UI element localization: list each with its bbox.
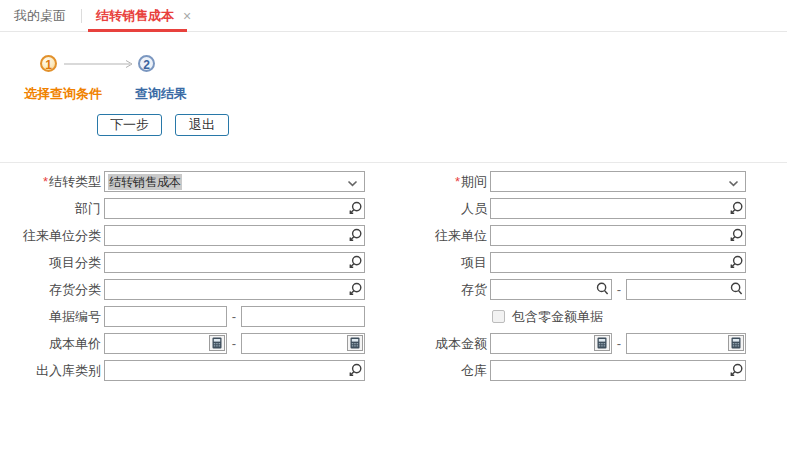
period-label: *期间 bbox=[365, 171, 487, 192]
io-category-input[interactable] bbox=[104, 360, 365, 381]
calculator-icon[interactable] bbox=[209, 335, 225, 351]
ref-lookup-icon[interactable] bbox=[348, 282, 362, 296]
form-row: 出入库类别 仓库 bbox=[0, 360, 787, 381]
inventory-category-label: 存货分类 bbox=[0, 279, 101, 300]
ref-lookup-icon[interactable] bbox=[729, 255, 743, 269]
doc-number-from-input[interactable] bbox=[104, 306, 227, 327]
chevron-down-icon bbox=[728, 180, 739, 187]
warehouse-input[interactable] bbox=[490, 360, 746, 381]
step-arrow-icon bbox=[64, 59, 140, 69]
search-icon[interactable] bbox=[730, 282, 743, 296]
form-row: 往来单位分类 往来单位 bbox=[0, 225, 787, 246]
range-dash: - bbox=[612, 282, 626, 297]
doc-number-to-input[interactable] bbox=[241, 306, 365, 327]
project-category-input[interactable] bbox=[104, 252, 365, 273]
partner-category-label: 往来单位分类 bbox=[0, 225, 101, 246]
calculator-icon[interactable] bbox=[347, 335, 363, 351]
step-2-label: 查询结果 bbox=[135, 85, 187, 103]
inventory-category-input[interactable] bbox=[104, 279, 365, 300]
project-label: 项目 bbox=[365, 252, 487, 273]
wizard-header: 1 2 选择查询条件 查询结果 下一步 退出 bbox=[0, 32, 787, 163]
ref-lookup-icon[interactable] bbox=[729, 228, 743, 242]
inventory-label: 存货 bbox=[365, 279, 487, 300]
form-row: 单据编号 - 包含零金额单据 bbox=[0, 306, 787, 327]
calculator-icon[interactable] bbox=[594, 335, 610, 351]
required-mark: * bbox=[43, 174, 48, 189]
partner-category-input[interactable] bbox=[104, 225, 365, 246]
warehouse-label: 仓库 bbox=[365, 360, 487, 381]
form-row: 项目分类 项目 bbox=[0, 252, 787, 273]
form-row: *结转类型 结转销售成本 *期间 bbox=[0, 171, 787, 192]
person-label: 人员 bbox=[365, 198, 487, 219]
doc-number-label: 单据编号 bbox=[0, 306, 101, 327]
tab-bar: 我的桌面 结转销售成本 × bbox=[0, 0, 787, 32]
project-input[interactable] bbox=[490, 252, 746, 273]
form-row: 部门 人员 bbox=[0, 198, 787, 219]
ref-lookup-icon[interactable] bbox=[729, 201, 743, 215]
form-row: 存货分类 存货 - bbox=[0, 279, 787, 300]
ref-lookup-icon[interactable] bbox=[729, 363, 743, 377]
selected-value: 结转销售成本 bbox=[108, 174, 182, 190]
tab-carryover-sales-cost[interactable]: 结转销售成本 × bbox=[82, 0, 191, 31]
project-category-label: 项目分类 bbox=[0, 252, 101, 273]
ref-lookup-icon[interactable] bbox=[348, 255, 362, 269]
io-category-label: 出入库类别 bbox=[0, 360, 101, 381]
include-zero-amount-checkbox[interactable] bbox=[492, 310, 505, 323]
ref-lookup-icon[interactable] bbox=[348, 201, 362, 215]
partner-label: 往来单位 bbox=[365, 225, 487, 246]
step-2-circle: 2 bbox=[138, 55, 155, 72]
range-dash: - bbox=[612, 336, 626, 351]
period-select[interactable] bbox=[490, 171, 746, 192]
inventory-to-input[interactable] bbox=[626, 279, 746, 300]
search-icon[interactable] bbox=[596, 282, 609, 296]
person-input[interactable] bbox=[490, 198, 746, 219]
query-condition-form: *结转类型 结转销售成本 *期间 部门 人员 bbox=[0, 163, 787, 381]
tab-my-desktop[interactable]: 我的桌面 bbox=[0, 7, 81, 25]
active-tab-label: 结转销售成本 bbox=[96, 7, 174, 25]
ref-lookup-icon[interactable] bbox=[348, 228, 362, 242]
department-label: 部门 bbox=[0, 198, 101, 219]
inventory-from-input[interactable] bbox=[490, 279, 612, 300]
partner-input[interactable] bbox=[490, 225, 746, 246]
ref-lookup-icon[interactable] bbox=[348, 363, 362, 377]
carryover-type-select[interactable]: 结转销售成本 bbox=[104, 171, 365, 192]
range-dash: - bbox=[227, 309, 241, 324]
department-input[interactable] bbox=[104, 198, 365, 219]
carryover-type-label: *结转类型 bbox=[0, 171, 101, 192]
unit-cost-label: 成本单价 bbox=[0, 333, 101, 354]
range-dash: - bbox=[227, 336, 241, 351]
exit-button[interactable]: 退出 bbox=[175, 114, 229, 136]
step-1-circle: 1 bbox=[40, 55, 57, 72]
step-1-label: 选择查询条件 bbox=[24, 85, 102, 103]
form-row: 成本单价 - 成本金额 - bbox=[0, 333, 787, 354]
chevron-down-icon bbox=[347, 180, 358, 187]
next-step-button[interactable]: 下一步 bbox=[97, 114, 162, 136]
calculator-icon[interactable] bbox=[728, 335, 744, 351]
cost-amount-label: 成本金额 bbox=[365, 333, 487, 354]
include-zero-amount-label: 包含零金额单据 bbox=[512, 308, 603, 326]
close-icon[interactable]: × bbox=[183, 9, 191, 23]
